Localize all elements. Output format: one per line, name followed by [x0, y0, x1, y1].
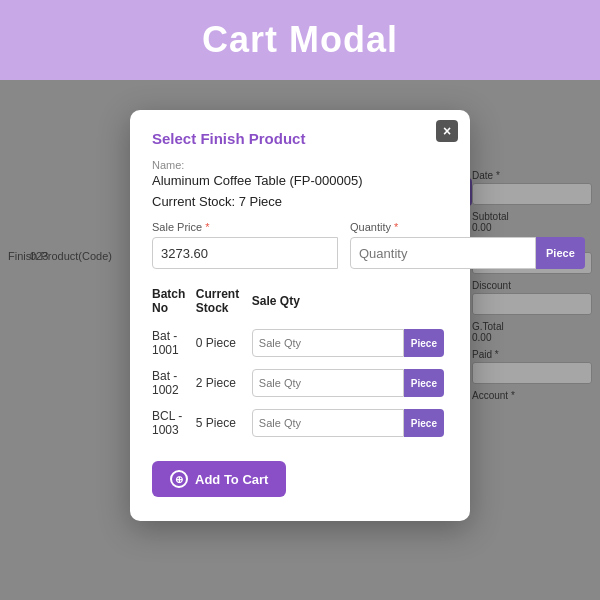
- table-row: BCL - 1003 5 Piece Piece: [152, 403, 448, 443]
- sale-qty-cell: Piece: [252, 403, 448, 443]
- name-label: Name:: [152, 159, 448, 171]
- quantity-unit-badge: Piece: [536, 237, 585, 269]
- col-sale-qty: Sale Qty: [252, 283, 448, 323]
- sale-unit-badge-2: Piece: [404, 409, 444, 437]
- stock-cell: 2 Piece: [196, 363, 252, 403]
- sale-qty-input-2[interactable]: [252, 409, 404, 437]
- modal-overlay: × Select Finish Product Name: Aluminum C…: [0, 80, 600, 600]
- sale-qty-cell: Piece: [252, 363, 448, 403]
- table-header-row: Batch No Current Stock Sale Qty: [152, 283, 448, 323]
- batch-no-cell: Bat - 1002: [152, 363, 196, 403]
- modal-close-button[interactable]: ×: [436, 120, 458, 142]
- sale-qty-input-0[interactable]: [252, 329, 404, 357]
- modal-heading-static: Select: [152, 130, 200, 147]
- header-banner: Cart Modal: [0, 0, 600, 80]
- col-batch-no: Batch No: [152, 283, 196, 323]
- sale-price-input-wrap: [152, 237, 338, 269]
- background-page: 023 Finish Product(Code) Date * Subtotal…: [0, 80, 600, 600]
- stock-cell: 0 Piece: [196, 323, 252, 363]
- price-qty-row: Sale Price * Quantity * Piece: [152, 221, 448, 269]
- add-to-cart-button[interactable]: ⊕ Add To Cart: [152, 461, 286, 497]
- cart-icon: ⊕: [170, 470, 188, 488]
- sale-qty-input-1[interactable]: [252, 369, 404, 397]
- col-current-stock: Current Stock: [196, 283, 252, 323]
- modal-heading: Select Finish Product: [152, 130, 448, 147]
- cart-modal: × Select Finish Product Name: Aluminum C…: [130, 110, 470, 521]
- quantity-group: Quantity * Piece: [350, 221, 585, 269]
- quantity-input-wrap: Piece: [350, 237, 585, 269]
- batch-no-cell: Bat - 1001: [152, 323, 196, 363]
- sale-price-group: Sale Price *: [152, 221, 338, 269]
- sale-unit-badge-0: Piece: [404, 329, 444, 357]
- sale-unit-badge-1: Piece: [404, 369, 444, 397]
- product-name: Aluminum Coffee Table (FP-000005): [152, 173, 448, 188]
- sale-price-label: Sale Price *: [152, 221, 338, 233]
- modal-heading-colored: Finish Product: [200, 130, 305, 147]
- stock-cell: 5 Piece: [196, 403, 252, 443]
- quantity-input[interactable]: [350, 237, 536, 269]
- batch-no-cell: BCL - 1003: [152, 403, 196, 443]
- sale-qty-cell: Piece: [252, 323, 448, 363]
- add-cart-label: Add To Cart: [195, 472, 268, 487]
- table-row: Bat - 1002 2 Piece Piece: [152, 363, 448, 403]
- table-row: Bat - 1001 0 Piece Piece: [152, 323, 448, 363]
- current-stock: Current Stock: 7 Piece: [152, 194, 448, 209]
- batch-table: Batch No Current Stock Sale Qty Bat - 10…: [152, 283, 448, 443]
- page-title: Cart Modal: [202, 19, 398, 61]
- sale-price-input[interactable]: [152, 237, 338, 269]
- quantity-label: Quantity *: [350, 221, 585, 233]
